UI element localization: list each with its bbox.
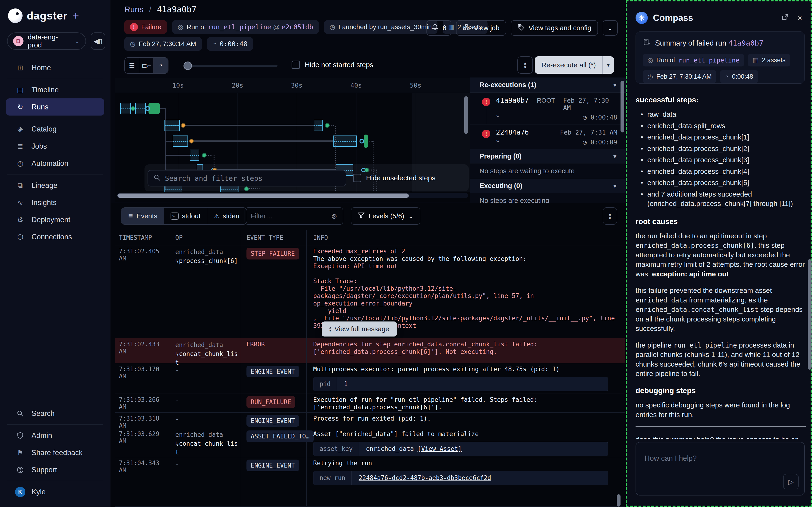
list-item: enriched_data.process_chunk[3] bbox=[638, 155, 806, 165]
sidebar-item-jobs[interactable]: ≣Jobs bbox=[0, 137, 110, 155]
chip-text: Run of bbox=[656, 57, 675, 64]
zoom-slider-handle[interactable] bbox=[183, 61, 192, 70]
gantt-step-bar[interactable] bbox=[314, 120, 323, 131]
compass-chip: ◔0:00:48 bbox=[720, 70, 758, 83]
event-row[interactable]: 7:31:03.266 AM-RUN_FAILUREExecution of r… bbox=[115, 394, 625, 412]
gantt-step-dot[interactable] bbox=[181, 123, 185, 128]
gantt-step-dot[interactable] bbox=[360, 139, 364, 144]
reexecute-all-button[interactable]: Re-execute all (*) ▾ bbox=[535, 56, 614, 74]
commit-link[interactable]: e2c051db bbox=[281, 23, 313, 31]
sidebar-item-timeline[interactable]: ▤Timeline bbox=[0, 81, 110, 98]
pipeline-link[interactable]: run_etl_pipeline bbox=[208, 23, 271, 31]
compass-chat-input[interactable]: How can I help? ▷ bbox=[636, 442, 805, 496]
gantt-step-dot[interactable] bbox=[325, 123, 330, 128]
text: the pipeline bbox=[636, 341, 673, 349]
sidebar-item-search[interactable]: Search bbox=[0, 405, 110, 422]
chip-code-link[interactable]: run_etl_pipeline bbox=[678, 57, 740, 64]
event-row[interactable]: 7:31:03.318 AM-ENGINE_EVENTProcess for r… bbox=[115, 412, 625, 428]
gantt-step-dot[interactable] bbox=[189, 139, 194, 144]
section-header[interactable]: Preparing (0)▾ bbox=[470, 149, 626, 163]
compass-scrollbar[interactable] bbox=[808, 259, 812, 370]
event-row[interactable]: 7:31:03.170 AM-ENGINE_EVENTMultiprocess … bbox=[115, 363, 625, 394]
chip-text: 0:00:48 bbox=[732, 73, 753, 80]
gantt-step-bar[interactable] bbox=[173, 135, 188, 147]
timed-view-button[interactable]: ◔ bbox=[154, 58, 168, 73]
sidebar-item-lineage[interactable]: ⧉Lineage bbox=[0, 177, 110, 194]
event-type-badge: ENGINE_EVENT bbox=[247, 460, 299, 471]
reexecute-dropdown[interactable]: ▾ bbox=[602, 56, 614, 74]
event-row[interactable]: 7:31:02.433 AMenriched_data↳concat_chunk… bbox=[115, 338, 625, 363]
section-header[interactable]: Executing (0)▾ bbox=[470, 179, 626, 193]
gantt-step-bar[interactable] bbox=[120, 103, 130, 114]
sidebar-item-connections[interactable]: ⬡Connections bbox=[0, 228, 110, 245]
hide-not-started-checkbox[interactable] bbox=[291, 61, 300, 69]
levels-filter-button[interactable]: Levels (5/6) ⌄ bbox=[351, 207, 420, 225]
gantt-wait-line bbox=[185, 125, 314, 126]
waterfall-view-button[interactable]: ⊏⌐ bbox=[139, 58, 154, 73]
flat-view-button[interactable]: ☰ bbox=[125, 58, 139, 73]
close-icon[interactable]: × bbox=[798, 13, 802, 22]
clear-filter-icon[interactable]: ⊗ bbox=[331, 212, 337, 220]
user-menu[interactable]: KKyle bbox=[0, 483, 110, 500]
view-tags-config-button[interactable]: View tags and config bbox=[511, 20, 598, 36]
gantt-step-bar[interactable] bbox=[136, 103, 146, 114]
log-filter-input[interactable]: Filter… ⊗ bbox=[245, 207, 343, 225]
tab-stderr[interactable]: ⚠stderr bbox=[207, 208, 247, 224]
metadata-link[interactable]: [View Asset] bbox=[418, 445, 462, 452]
view-job-button[interactable]: View job bbox=[456, 20, 506, 36]
list-item: enriched_data.process_chunk[1] bbox=[638, 132, 806, 142]
breadcrumb-runs-link[interactable]: Runs bbox=[124, 5, 144, 14]
gantt-horizontal-scrollbar[interactable] bbox=[117, 193, 468, 198]
gantt-step-bar[interactable] bbox=[149, 103, 160, 114]
gantt-step-bar[interactable] bbox=[190, 150, 199, 161]
open-external-icon[interactable] bbox=[781, 13, 789, 22]
event-row[interactable]: 7:31:04.343 AM-ENGINE_EVENTRetrying the … bbox=[115, 457, 625, 507]
event-op: enriched_data↳process_chunk[6] bbox=[169, 245, 240, 338]
events-vertical-scrollbar[interactable] bbox=[617, 494, 620, 507]
sidebar-collapse-button[interactable]: ◀▯ bbox=[91, 33, 105, 50]
status-badge: ! Failure bbox=[124, 20, 167, 34]
org-selector[interactable]: D data-eng-prod ⌄ bbox=[7, 33, 86, 50]
reexecution-run-row[interactable]: !41a9a0b7ROOTFeb 27, 7:30 AM*◔ 0:00:48 bbox=[470, 93, 626, 124]
run-id-link[interactable]: 22484a76 bbox=[496, 128, 529, 136]
alerts-button[interactable]: 0 bbox=[426, 20, 451, 36]
reexecutions-header[interactable]: Re-executions (1)▾ bbox=[470, 77, 626, 93]
gantt-vertical-scrollbar[interactable] bbox=[464, 96, 468, 134]
more-actions-button[interactable]: ⌄ bbox=[603, 20, 618, 36]
event-row[interactable]: 7:31:03.629 AMenriched_data↳concat_chunk… bbox=[115, 428, 625, 457]
gantt-step-bar[interactable] bbox=[164, 120, 180, 131]
reexecutions-scrollbar[interactable] bbox=[620, 81, 624, 132]
tab-events[interactable]: ≣Events bbox=[121, 208, 164, 224]
send-button[interactable]: ▷ bbox=[783, 474, 799, 489]
sidebar-item-automation[interactable]: ◷Automation bbox=[0, 155, 110, 172]
sidebar-item-admin[interactable]: Admin bbox=[0, 427, 110, 444]
sidebar-item-label: Catalog bbox=[32, 125, 57, 133]
sidebar-item-home[interactable]: ⊞Home bbox=[0, 59, 110, 76]
sidebar-item-deployment[interactable]: ⚙Deployment bbox=[0, 211, 110, 228]
gantt-expand-button[interactable]: ▴▾ bbox=[518, 56, 533, 74]
chip-text: Feb 27, 7:30:14 AM bbox=[656, 73, 712, 80]
sidebar-item-runs[interactable]: ↻Runs bbox=[6, 98, 104, 116]
metadata-link[interactable]: 22484a76-dcd2-487b-aeb3-db3bece6cf2d bbox=[359, 474, 491, 482]
dagster-logo[interactable]: dagster + bbox=[8, 8, 79, 23]
gantt-step-dot[interactable] bbox=[130, 106, 136, 111]
step-search-input[interactable]: Search and filter steps bbox=[148, 170, 346, 186]
sidebar-item-share-feedback[interactable]: ⚑Share feedback bbox=[0, 444, 110, 461]
view-full-message-button[interactable]: ▴▾ View full message bbox=[322, 322, 397, 337]
events-rows: 7:31:02.405 AMenriched_data↳process_chun… bbox=[115, 245, 625, 507]
metadata-value: enriched_data [View Asset] bbox=[359, 442, 469, 456]
hide-unselected-checkbox[interactable] bbox=[353, 174, 361, 182]
run-id-link[interactable]: 41a9a0b7 bbox=[496, 96, 529, 104]
sidebar-item-support[interactable]: Support bbox=[0, 461, 110, 478]
gantt-step-dot[interactable] bbox=[202, 153, 207, 158]
gantt-step-bar[interactable] bbox=[333, 135, 357, 147]
zoom-slider[interactable] bbox=[183, 65, 277, 67]
gantt-step-dot[interactable] bbox=[145, 106, 150, 111]
events-expand-button[interactable]: ▴▾ bbox=[603, 207, 617, 225]
gantt-step-bar[interactable] bbox=[364, 134, 368, 148]
sidebar-item-catalog[interactable]: ◈Catalog bbox=[0, 120, 110, 137]
summary-run-id[interactable]: 41a9a0b7 bbox=[728, 39, 763, 47]
sidebar-item-insights[interactable]: ∿Insights bbox=[0, 194, 110, 211]
tab-stdout[interactable]: >_stdout bbox=[164, 208, 207, 224]
reexecution-run-row[interactable]: !22484a76Feb 27, 7:31 AM*◔ 0:00:09 bbox=[470, 124, 626, 149]
